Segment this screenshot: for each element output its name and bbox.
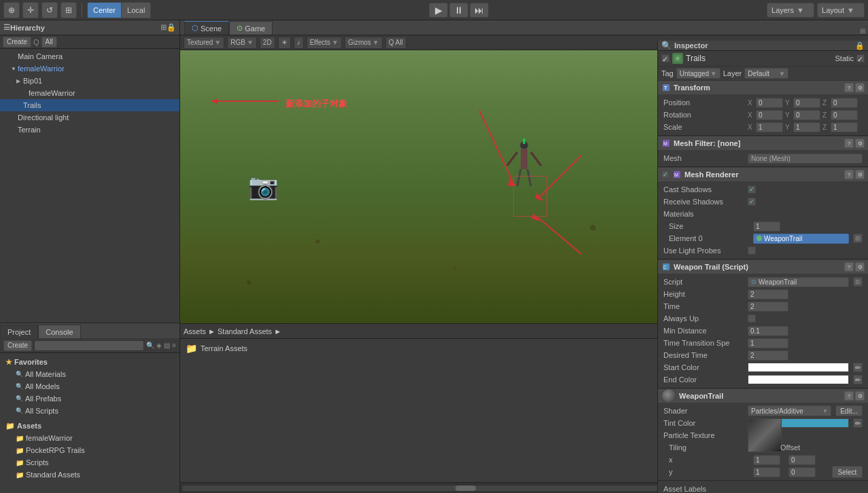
end-color-picker-btn[interactable]: ✏ [853,375,863,384]
scene-maximize-btn[interactable]: ⊞ [857,27,868,35]
move-tool-btn[interactable]: ✛ [22,2,39,18]
tree-item-female-warrior-root[interactable]: ▼ femaleWarrior [0,62,179,75]
all-btn[interactable]: QAll [385,37,406,49]
proj-all-prefabs[interactable]: 🔍 All Prefabs [3,392,177,405]
transform-help-btn[interactable]: ? [844,83,854,92]
offset-y-input[interactable] [788,467,816,477]
rot-z-input[interactable] [831,110,858,120]
weapon-trail-settings-btn[interactable]: ⚙ [855,262,865,272]
texture-preview[interactable] [748,418,782,452]
mesh-renderer-settings-btn[interactable]: ⚙ [855,170,865,179]
pos-z-input[interactable]: 0 [831,98,858,108]
start-color-field[interactable] [748,363,849,372]
local-btn[interactable]: Local [122,3,150,18]
mesh-filter-help-btn[interactable]: ? [844,139,854,148]
offset-x-input[interactable] [788,455,816,465]
effects-btn[interactable]: Effects▼ [307,37,342,49]
proj-standard-assets[interactable]: 📁 Standard Assets [3,469,177,481]
mesh-filter-header[interactable]: M Mesh Filter: [none] ? ⚙ [658,136,868,150]
tiling-y-input[interactable] [753,467,780,477]
tree-item-terrain[interactable]: Terrain [0,124,179,136]
proj-pocket-rpg[interactable]: 📁 PocketRPG Trails [3,444,177,456]
unity-logo-btn[interactable]: ⊕ [3,2,20,18]
play-btn[interactable]: ▶ [429,3,448,18]
proj-scripts[interactable]: 📁 Scripts [3,456,177,469]
undo-btn[interactable]: ↺ [41,2,58,18]
shader-edit-btn[interactable]: Edit... [835,405,863,416]
weapon-trail-header[interactable]: C Weapon Trail (Script) ? ⚙ [658,260,868,274]
material-help-btn[interactable]: ? [844,391,854,401]
light-probes-checkbox[interactable] [748,246,756,255]
scale-x-input[interactable] [756,122,783,132]
proj-female-warrior[interactable]: 📁 femaleWarrior [3,432,177,444]
mesh-filter-settings-btn[interactable]: ⚙ [855,139,865,148]
tree-item-directional-light[interactable]: Directional light [0,111,179,124]
redo-btn[interactable]: ⊞ [60,2,77,18]
pos-x-input[interactable]: 0 [756,98,783,108]
mesh-renderer-header[interactable]: M Mesh Renderer ? ⚙ [658,168,868,181]
proj-all-materials[interactable]: 🔍 All Materials [3,368,177,380]
receive-shadows-checkbox[interactable] [748,198,756,206]
pause-btn[interactable]: ⏸ [449,3,468,18]
gizmos-btn[interactable]: Gizmos▼ [345,37,383,49]
size-input[interactable] [753,221,780,232]
height-input[interactable] [748,289,788,299]
min-distance-input[interactable] [748,326,788,336]
element0-target-btn[interactable]: ⊙ [853,234,863,243]
static-checkbox[interactable] [856,54,865,62]
console-tab[interactable]: Console [38,325,80,338]
weapon-trail-help-btn[interactable]: ? [844,262,854,272]
mesh-renderer-help-btn[interactable]: ? [844,170,854,179]
material-header[interactable]: WeaponTrail ? ⚙ [658,389,868,403]
2d-btn[interactable]: 2D [260,37,275,49]
transform-settings-btn[interactable]: ⚙ [855,83,865,92]
game-tab[interactable]: ⊙ Game [229,21,273,35]
project-create-btn[interactable]: Create [3,340,32,351]
scroll-thumb[interactable] [455,486,476,491]
mesh-value-field[interactable]: None (Mesh) [748,153,863,164]
time-input[interactable] [748,302,788,312]
pos-y-input[interactable]: 0 [793,98,820,108]
center-btn[interactable]: Center [88,3,122,18]
element0-field[interactable]: WeaponTrail [753,234,849,244]
end-color-field[interactable] [748,375,849,384]
script-ref-field[interactable]: ⊙ WeaponTrail [748,277,849,287]
select-btn[interactable]: Select [832,466,863,478]
start-color-picker-btn[interactable]: ✏ [853,363,863,372]
audio-btn[interactable]: ♪ [294,37,304,49]
proj-all-models[interactable]: 🔍 All Models [3,380,177,392]
scene-tab[interactable]: ⬡ Scene [184,21,229,35]
rot-y-input[interactable] [793,110,820,120]
step-btn[interactable]: ⏭ [470,3,489,18]
proj-all-scripts[interactable]: 🔍 All Scripts [3,405,177,417]
hierarchy-create-btn[interactable]: Create [3,37,31,48]
rgb-btn[interactable]: RGB▼ [227,37,257,49]
shader-dropdown[interactable]: Particles/Additive ▼ [748,405,831,416]
transform-header[interactable]: T Transform ? ⚙ [658,81,868,94]
cast-shadows-checkbox[interactable] [748,185,756,194]
rot-x-input[interactable] [756,110,783,120]
tag-dropdown[interactable]: Untagged ▼ [676,68,721,79]
tiling-x-input[interactable] [753,455,780,465]
assets-header[interactable]: 📁 Assets [3,420,177,432]
object-active-checkbox[interactable] [661,54,670,62]
scale-y-input[interactable] [793,122,820,132]
tree-item-female-warrior-child[interactable]: femaleWarrior [0,87,179,99]
tree-item-main-camera[interactable]: Main Camera [0,50,179,62]
favorites-header[interactable]: ★ Favorites [3,356,177,368]
scale-z-input[interactable] [831,122,858,132]
mesh-renderer-active[interactable] [661,170,670,179]
script-target-btn[interactable]: ⊙ [853,277,863,287]
layer-dropdown[interactable]: Default ▼ [744,68,788,79]
always-up-checkbox[interactable] [748,314,756,323]
tree-item-bip01[interactable]: ▶ Bip01 [0,75,179,87]
project-search-input[interactable] [34,340,144,351]
tree-item-trails[interactable]: Trails [0,99,179,111]
hierarchy-all-btn[interactable]: All [41,37,57,48]
textured-btn[interactable]: Textured▼ [184,37,224,49]
tint-color-picker-btn[interactable]: ✏ [853,418,863,428]
material-settings-btn[interactable]: ⚙ [855,391,865,401]
layout-dropdown[interactable]: Layout ▼ [817,3,865,18]
layers-dropdown[interactable]: Layers ▼ [767,3,814,18]
desired-time-input[interactable] [748,350,788,361]
